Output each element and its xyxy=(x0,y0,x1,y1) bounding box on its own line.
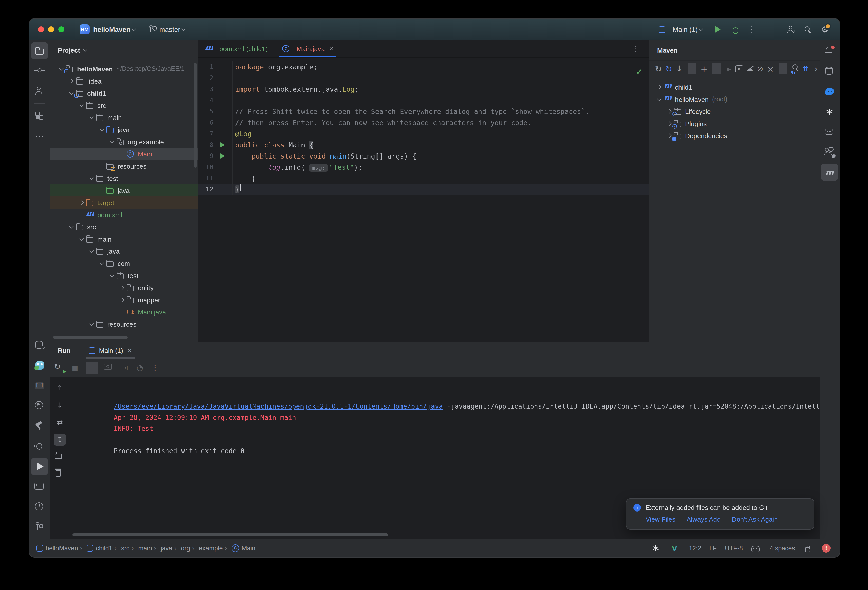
tree-chevron-icon[interactable] xyxy=(109,139,115,145)
tree-chevron-icon[interactable] xyxy=(656,84,662,90)
settings-button[interactable]: ⚙ xyxy=(818,23,831,36)
status-widget[interactable] xyxy=(670,544,681,553)
stripe-tool-button[interactable] xyxy=(31,458,48,475)
stripe-tool-button[interactable] xyxy=(31,417,48,434)
tree-chevron-icon[interactable] xyxy=(68,78,74,84)
code-line[interactable]: 11 } xyxy=(198,173,649,184)
stripe-tool-button[interactable] xyxy=(31,62,48,79)
project-vertical-scrollbar[interactable] xyxy=(194,63,196,168)
tree-row[interactable]: target xyxy=(50,197,198,209)
tree-row[interactable]: Main xyxy=(50,148,198,160)
status-widget[interactable]: UTF-8 xyxy=(725,545,743,552)
breadcrumb-item[interactable]: Main xyxy=(225,544,255,552)
tree-row[interactable]: helloMaven ~/Desktop/CS/JavaEE/1 xyxy=(50,63,198,75)
code-line[interactable]: 7 @Log xyxy=(198,128,649,139)
maven-toolbar-button[interactable] xyxy=(812,63,820,74)
search-everywhere-button[interactable] xyxy=(801,23,814,36)
tree-row[interactable]: src xyxy=(50,221,198,233)
run-toolbar-button[interactable] xyxy=(86,362,98,374)
maven-toolbar-button[interactable] xyxy=(675,63,683,74)
tree-chevron-icon[interactable] xyxy=(89,321,95,327)
tree-row[interactable]: org.example xyxy=(50,136,198,148)
notification-action-link[interactable]: Always Add xyxy=(686,516,720,523)
status-widget[interactable]: LF xyxy=(709,545,717,552)
maven-toolbar-button[interactable] xyxy=(791,63,800,74)
tree-row[interactable]: java xyxy=(50,184,198,197)
stripe-tool-button[interactable] xyxy=(821,143,838,160)
tree-row[interactable]: java xyxy=(50,124,198,136)
console-tool-button[interactable] xyxy=(54,399,66,411)
stripe-tool-button[interactable] xyxy=(821,163,838,181)
console-tool-button[interactable] xyxy=(54,382,66,394)
tab-pom-xml[interactable]: pom.xml (child1) xyxy=(198,40,275,57)
tree-chevron-icon[interactable] xyxy=(78,200,85,206)
breadcrumb-item[interactable]: main xyxy=(131,545,152,552)
stripe-tool-button[interactable] xyxy=(821,103,838,120)
code-line[interactable]: 2 xyxy=(198,72,649,84)
notification-action-link[interactable]: Don't Ask Again xyxy=(732,516,778,523)
run-line-icon[interactable] xyxy=(220,142,225,147)
status-widget[interactable] xyxy=(651,544,662,553)
project-panel-header[interactable]: Project xyxy=(50,40,198,60)
console-tool-button[interactable] xyxy=(54,451,66,463)
run-button[interactable] xyxy=(711,23,724,36)
run-toolbar-button[interactable] xyxy=(69,362,81,374)
project-name[interactable]: helloMaven xyxy=(93,26,130,33)
stripe-tool-button[interactable] xyxy=(821,62,838,79)
editor[interactable]: pom.xml (child1) Main.java × ⋮ ✓ 1 packa… xyxy=(198,40,649,342)
breadcrumb-item[interactable]: child1 xyxy=(80,545,112,552)
tree-chevron-icon[interactable] xyxy=(68,90,74,96)
breadcrumb-item[interactable]: src xyxy=(115,545,130,552)
tree-row[interactable]: .idea xyxy=(50,75,198,87)
stripe-tool-button[interactable] xyxy=(31,128,48,145)
code-line[interactable]: 1 package org.example; xyxy=(198,61,649,72)
tab-main-java[interactable]: Main.java × xyxy=(275,40,341,57)
tree-row[interactable]: main xyxy=(50,233,198,245)
tree-chevron-icon[interactable] xyxy=(656,96,662,102)
tree-chevron-icon[interactable] xyxy=(78,236,85,242)
maven-tree-row[interactable]: Lifecycle xyxy=(649,105,820,118)
tree-chevron-icon[interactable] xyxy=(109,272,115,278)
tree-row[interactable]: main xyxy=(50,112,198,124)
tree-chevron-icon[interactable] xyxy=(119,297,125,303)
tree-chevron-icon[interactable] xyxy=(119,285,125,291)
notification-action-link[interactable]: View Files xyxy=(645,516,675,523)
add-user-button[interactable]: + xyxy=(784,23,797,36)
maven-toolbar-button[interactable] xyxy=(745,63,754,74)
tree-row[interactable]: pom.xml xyxy=(50,209,198,221)
close-window-button[interactable] xyxy=(38,26,44,32)
project-menu-chevron-icon[interactable] xyxy=(130,26,137,32)
maven-tree-row[interactable]: Dependencies xyxy=(649,129,820,142)
close-run-tab-icon[interactable]: × xyxy=(128,346,132,355)
stripe-tool-button[interactable] xyxy=(821,123,838,140)
status-widget[interactable] xyxy=(822,544,833,553)
stripe-tool-button[interactable] xyxy=(31,377,48,394)
tree-chevron-icon[interactable] xyxy=(666,121,672,127)
code-line[interactable]: 5 // Press Shift twice to open the Searc… xyxy=(198,106,649,117)
tree-chevron-icon[interactable] xyxy=(666,133,672,139)
run-toolbar-button[interactable] xyxy=(149,362,161,374)
status-widget[interactable]: 12:2 xyxy=(689,545,701,552)
tree-chevron-icon[interactable] xyxy=(58,66,64,72)
tree-chevron-icon[interactable] xyxy=(89,175,95,181)
tree-chevron-icon[interactable] xyxy=(99,260,105,266)
stripe-tool-button[interactable] xyxy=(31,498,48,516)
maven-toolbar-button[interactable] xyxy=(700,63,708,74)
tree-row[interactable]: entity xyxy=(50,282,198,294)
console-tool-button[interactable] xyxy=(54,468,66,480)
stripe-tool-button[interactable] xyxy=(821,82,838,100)
stripe-tool-button[interactable] xyxy=(31,519,48,536)
run-toolbar-button[interactable] xyxy=(118,362,131,374)
maven-panel-header[interactable]: Maven xyxy=(649,40,820,60)
status-widget[interactable] xyxy=(803,544,814,553)
breadcrumb-item[interactable]: example xyxy=(192,545,223,552)
minimize-window-button[interactable] xyxy=(48,26,54,32)
code-area[interactable]: 1 package org.example; 2 3 xyxy=(198,57,649,342)
run-config-chevron-icon[interactable] xyxy=(698,26,704,32)
stripe-tool-button[interactable] xyxy=(31,478,48,495)
tree-chevron-icon[interactable] xyxy=(78,102,85,108)
stripe-tool-button[interactable] xyxy=(31,107,48,125)
console-tool-button[interactable] xyxy=(54,416,66,428)
tree-row[interactable]: child1 xyxy=(50,87,198,99)
stripe-tool-button[interactable] xyxy=(31,438,48,455)
